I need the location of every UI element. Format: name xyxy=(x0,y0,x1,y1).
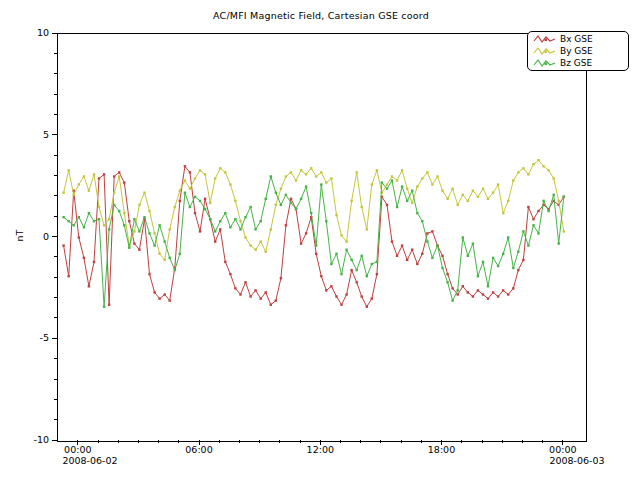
data-point-marker xyxy=(179,253,181,255)
data-point-marker xyxy=(522,167,524,169)
legend[interactable]: Bx GSEBy GSEBz GSE xyxy=(527,31,629,71)
data-point-marker xyxy=(239,293,241,295)
data-point-marker xyxy=(224,212,226,214)
data-point-marker xyxy=(356,269,358,271)
data-point-marker xyxy=(305,173,307,175)
data-point-marker xyxy=(249,295,251,297)
data-point-marker xyxy=(62,244,64,246)
data-point-marker xyxy=(361,255,363,257)
data-point-marker xyxy=(416,185,418,187)
data-point-marker xyxy=(502,289,504,291)
y-tick-label: 5 xyxy=(19,129,49,141)
x-minor-tick xyxy=(421,440,422,443)
y-minor-tick xyxy=(54,297,57,298)
data-point-marker xyxy=(158,297,160,299)
y-major-tick xyxy=(52,440,57,441)
data-point-marker xyxy=(244,281,246,283)
data-point-marker xyxy=(411,202,413,204)
x-minor-tick xyxy=(279,440,280,443)
data-point-marker xyxy=(153,291,155,293)
data-point-marker xyxy=(517,269,519,271)
data-point-marker xyxy=(361,295,363,297)
data-point-marker xyxy=(310,167,312,169)
data-point-marker xyxy=(330,263,332,265)
data-point-marker xyxy=(416,212,418,214)
data-point-marker xyxy=(260,240,262,242)
x-minor-tick xyxy=(158,440,159,443)
data-point-marker xyxy=(376,169,378,171)
data-point-marker xyxy=(522,230,524,232)
data-point-marker xyxy=(133,242,135,244)
data-point-marker xyxy=(270,304,272,306)
data-point-marker xyxy=(401,244,403,246)
data-point-marker xyxy=(189,171,191,173)
data-point-marker xyxy=(123,224,125,226)
data-point-marker xyxy=(386,183,388,185)
data-point-marker xyxy=(411,190,413,192)
data-point-marker xyxy=(143,216,145,218)
data-point-marker xyxy=(391,175,393,177)
data-point-marker xyxy=(446,198,448,200)
data-point-marker xyxy=(315,253,317,255)
legend-item-bx[interactable]: Bx GSE xyxy=(528,33,628,45)
x-minor-tick xyxy=(482,440,483,443)
data-point-marker xyxy=(553,194,555,196)
data-point-marker xyxy=(502,253,504,255)
data-point-marker xyxy=(199,200,201,202)
x-minor-tick xyxy=(219,440,220,443)
x-minor-tick xyxy=(300,440,301,443)
data-point-marker xyxy=(340,304,342,306)
data-point-marker xyxy=(396,255,398,257)
data-point-marker xyxy=(138,249,140,251)
data-point-marker xyxy=(123,181,125,183)
data-point-marker xyxy=(88,212,90,214)
data-point-marker xyxy=(204,198,206,200)
data-point-marker xyxy=(300,169,302,171)
data-point-marker xyxy=(376,261,378,263)
y-major-tick xyxy=(52,134,57,135)
data-point-marker xyxy=(558,242,560,244)
data-point-marker xyxy=(78,183,80,185)
data-point-marker xyxy=(280,277,282,279)
data-point-marker xyxy=(254,289,256,291)
data-point-marker xyxy=(260,220,262,222)
data-point-marker xyxy=(487,285,489,287)
data-point-marker xyxy=(113,204,115,206)
data-point-marker xyxy=(148,232,150,234)
data-point-marker xyxy=(532,163,534,165)
plot-canvas[interactable] xyxy=(58,34,586,441)
data-point-marker xyxy=(487,198,489,200)
data-point-marker xyxy=(386,188,388,190)
data-point-marker xyxy=(345,249,347,251)
data-point-marker xyxy=(174,269,176,271)
data-point-marker xyxy=(366,306,368,308)
data-point-marker xyxy=(138,230,140,232)
data-point-marker xyxy=(260,297,262,299)
legend-item-by[interactable]: By GSE xyxy=(528,45,628,57)
data-point-marker xyxy=(396,206,398,208)
data-point-marker xyxy=(426,232,428,234)
data-point-marker xyxy=(103,173,105,175)
data-point-marker xyxy=(462,194,464,196)
y-minor-tick xyxy=(54,195,57,196)
data-point-marker xyxy=(472,295,474,297)
data-point-marker xyxy=(320,275,322,277)
data-point-marker xyxy=(406,188,408,190)
data-point-marker xyxy=(73,194,75,196)
y-minor-tick xyxy=(54,155,57,156)
y-tick-label: 0 xyxy=(19,231,49,243)
y-major-tick xyxy=(52,236,57,237)
legend-item-bz[interactable]: Bz GSE xyxy=(528,57,628,69)
data-point-marker xyxy=(558,200,560,202)
data-point-marker xyxy=(143,192,145,194)
data-point-marker xyxy=(537,159,539,161)
data-point-marker xyxy=(158,224,160,226)
data-point-marker xyxy=(98,218,100,220)
x-minor-tick xyxy=(401,440,402,443)
data-point-marker xyxy=(467,200,469,202)
data-point-marker xyxy=(345,240,347,242)
data-point-marker xyxy=(219,228,221,230)
data-point-marker xyxy=(512,179,514,181)
data-point-marker xyxy=(133,230,135,232)
data-point-marker xyxy=(547,210,549,212)
